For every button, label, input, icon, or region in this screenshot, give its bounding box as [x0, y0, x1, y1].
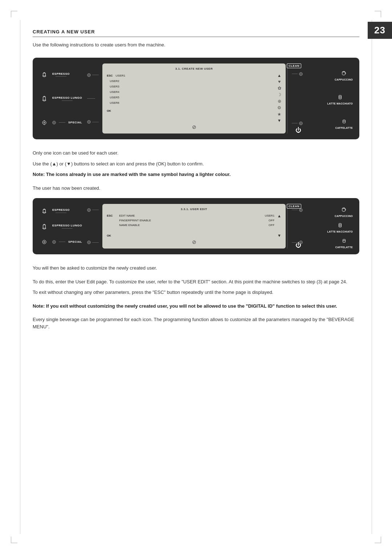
page-number: 23	[368, 22, 392, 39]
user1-label: USER1	[116, 74, 130, 77]
icon-c: ☽	[277, 92, 281, 97]
latte-icon	[335, 92, 345, 102]
espresso-lungo-row: ESPRESSO LUNGO	[39, 93, 82, 103]
edit-name-key: EDIT NAME	[119, 214, 135, 217]
fingerprint-key: FINGERPRINT ENABLE	[119, 219, 151, 222]
rdot2-1[interactable]	[299, 208, 303, 212]
latte-icon-2	[335, 220, 345, 230]
screen-user-list: ESC USER1 USER2 USER3 USER4	[107, 73, 274, 123]
special-icon	[39, 118, 49, 128]
svg-rect-15	[339, 223, 341, 227]
screen-icon-list-1: ▲ ♥ ✿ ☽ ⊕ ⚙ ★ ▼	[274, 73, 281, 123]
nav-down-1[interactable]: ▼	[277, 118, 281, 123]
section-heading: CREATING A NEW USER	[33, 29, 359, 37]
corner-mark-br	[375, 537, 381, 543]
power-icon-1[interactable]: ⏻	[295, 127, 301, 134]
fingerprint-row: FINGERPRINT ENABLE OFF	[107, 218, 274, 222]
ok-label-1: OK	[107, 109, 111, 112]
para-3: The user has now been created.	[33, 185, 359, 192]
fingerprint-value: OFF	[269, 219, 274, 222]
cappuccino-icon	[339, 68, 349, 78]
rdot-2[interactable]	[299, 122, 303, 125]
latte-row-2: LATTE MACCHIATO	[311, 220, 353, 233]
btn-line-special	[59, 122, 65, 123]
caffelatte-item-2: CAFFELATTE	[335, 235, 353, 249]
rline2-1	[292, 210, 298, 210]
caffelatte-row: CAFFELATTE	[311, 116, 353, 129]
caffelatte-row-2: CAFFELATTE	[311, 235, 353, 249]
icon-settings: ⚙	[277, 105, 281, 110]
machine-panel-2: ESPRESSO ESPRESSO LUNGO SPECI	[33, 198, 359, 254]
nav-down-2[interactable]: ▼	[277, 233, 281, 238]
clean-label-2[interactable]: CLEAN	[287, 204, 301, 209]
svg-point-3	[44, 122, 45, 123]
note-1: Note: The icons already in use are marke…	[33, 171, 359, 178]
side-line-right	[372, 20, 372, 534]
special-row: SPECIAL	[39, 118, 82, 128]
panel-divider-2	[287, 204, 287, 249]
screen-bottom-icon-2: ⊘	[107, 239, 281, 245]
user1-value: USER1	[265, 214, 274, 217]
machine-panel-1: ESPRESSO ESPRESSO LUNGO	[33, 58, 359, 139]
panel-center-1: 3.1. CREATE NEW USER ESC USER1 USER2 USE…	[102, 63, 286, 134]
cappuccino-item: CAPPUCCINO	[335, 68, 353, 81]
svg-rect-9	[343, 120, 345, 123]
nav-up-1[interactable]: ▲	[277, 73, 281, 78]
edit-name-row: ESC EDIT NAME USER1	[107, 214, 274, 218]
special-row-2: SPECIAL	[39, 237, 82, 247]
caffelatte-icon-2	[339, 235, 349, 246]
power-icon-2[interactable]: ⏻	[295, 242, 301, 248]
para-5: To do this, enter the User Edit page. To…	[33, 278, 359, 286]
user4-label: USER4	[110, 90, 123, 94]
espresso-label: ESPRESSO	[52, 72, 70, 76]
corner-mark-tr	[375, 11, 381, 17]
clean-label-1[interactable]: CLEAN	[287, 63, 301, 68]
dot-espresso[interactable]	[87, 73, 91, 77]
dot-button-special[interactable]	[52, 121, 56, 124]
para-6: To exit without changing any other param…	[33, 289, 359, 296]
caffelatte-label: CAFFELATTE	[335, 127, 353, 129]
note-2: Note: If you exit without customizing th…	[33, 303, 359, 310]
para-4: You will then be asked to customize the …	[33, 264, 359, 272]
user-row-4: USER4	[107, 90, 274, 94]
para-2: Use the (▲) or (▼) buttons to select an …	[33, 160, 359, 168]
svg-rect-6	[339, 95, 341, 99]
panel-left-1: ESPRESSO ESPRESSO LUNGO	[39, 63, 87, 134]
espresso-icon-2	[39, 206, 49, 216]
corner-mark-bl	[11, 537, 17, 543]
esc-label-1: ESC	[107, 74, 113, 77]
user3-label: USER3	[110, 85, 123, 88]
latte-label: LATTE MACCHIATO	[327, 102, 353, 105]
user2-label: USER2	[110, 79, 123, 83]
special-label-2: SPECIAL	[68, 240, 82, 244]
user-row-6: USER6	[107, 100, 274, 105]
user-row-3: USER3	[107, 84, 274, 89]
panel-right-2: CAPPUCCINO CLEAN LATTE MACCHIATO	[306, 204, 353, 249]
para-7: Every single beverage can be programmed …	[33, 316, 359, 330]
nav-up-2[interactable]: ▲	[277, 214, 281, 218]
espresso-row-2: ESPRESSO	[39, 206, 82, 216]
dot-spc-2[interactable]	[87, 241, 91, 244]
panel-center-2: 3.3.1. USER EDIT ESC EDIT NAME USER1 FIN…	[102, 204, 286, 249]
icon-star: ★	[277, 112, 281, 117]
name-enable-row: NAME ENABLE OFF	[107, 223, 274, 227]
panel-right-1: CAPPUCCINO CLEAN LATTE MACCHIATO	[306, 63, 353, 134]
espresso-icon	[39, 69, 49, 79]
para-1: Only one icon can be used for each user.	[33, 149, 359, 157]
dot-special-2[interactable]	[52, 240, 56, 244]
dot-special[interactable]	[87, 120, 91, 124]
screen-bottom-icon-1: ⊘	[107, 124, 281, 130]
cappuccino-icon-2	[339, 204, 349, 214]
panel-left-2: ESPRESSO ESPRESSO LUNGO SPECI	[39, 204, 87, 249]
caffelatte-icon	[339, 116, 349, 126]
espresso-lungo-label-2: ESPRESSO LUNGO	[52, 224, 82, 227]
icon-gear1: ✿	[278, 86, 281, 91]
user-row-5: USER5	[107, 95, 274, 100]
name-enable-key: NAME ENABLE	[119, 223, 140, 227]
dot-esp-2[interactable]	[87, 208, 91, 212]
intro-text: Use the following instructions to create…	[33, 42, 359, 48]
latte-label-2: LATTE MACCHIATO	[327, 230, 353, 233]
rdot-1[interactable]	[299, 72, 303, 76]
espresso-lungo-icon	[39, 93, 49, 103]
espresso-lungo-row-2: ESPRESSO LUNGO	[39, 221, 82, 231]
